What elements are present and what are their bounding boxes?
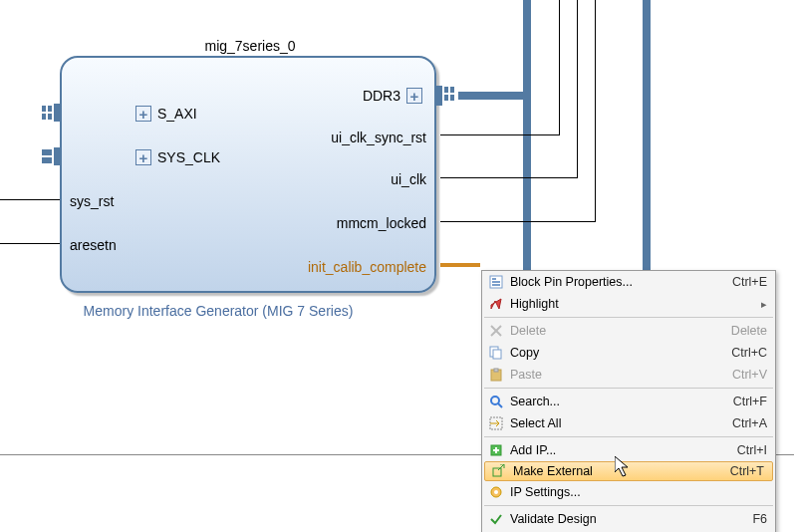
- svg-line-25: [498, 403, 502, 407]
- menu-item-block-pin-properties[interactable]: Block Pin Properties... Ctrl+E: [482, 271, 775, 293]
- svg-rect-11: [450, 87, 454, 93]
- menu-separator: [484, 317, 773, 318]
- validate-icon: [486, 511, 506, 527]
- net-init-calib-complete[interactable]: [440, 263, 480, 267]
- menu-item-select-all[interactable]: Select All Ctrl+A: [482, 412, 775, 434]
- bus-connector-sys-clk: [42, 147, 62, 167]
- net-mmcm-locked-v: [595, 0, 596, 222]
- expand-icon[interactable]: +: [135, 106, 151, 122]
- ip-block-title: mig_7series_0: [62, 38, 438, 54]
- paste-icon: [486, 367, 506, 383]
- port-ui-clk[interactable]: ui_clk: [391, 169, 426, 189]
- svg-rect-14: [492, 278, 496, 280]
- menu-item-paste: Paste Ctrl+V: [482, 364, 775, 386]
- add-ip-icon: [486, 442, 506, 458]
- menu-item-validate-design[interactable]: Validate Design F6: [482, 508, 775, 530]
- menu-separator: [484, 388, 773, 389]
- highlight-icon: [486, 296, 506, 312]
- menu-item-copy[interactable]: Copy Ctrl+C: [482, 342, 775, 364]
- port-init-calib-complete[interactable]: init_calib_complete: [308, 257, 426, 277]
- svg-rect-15: [492, 281, 500, 283]
- menu-separator: [484, 505, 773, 506]
- svg-point-32: [494, 490, 498, 494]
- net-ui-clk-h: [440, 177, 578, 178]
- svg-rect-6: [42, 157, 52, 163]
- port-aresetn[interactable]: aresetn: [70, 235, 117, 255]
- port-ui-clk-sync-rst[interactable]: ui_clk_sync_rst: [331, 128, 426, 147]
- svg-marker-33: [615, 456, 628, 476]
- menu-item-ip-settings[interactable]: IP Settings...: [482, 481, 775, 503]
- svg-rect-3: [48, 114, 52, 120]
- svg-rect-16: [492, 284, 500, 286]
- svg-rect-1: [42, 114, 46, 120]
- svg-rect-0: [42, 106, 46, 112]
- expand-icon[interactable]: +: [406, 88, 422, 104]
- bus-connector-ddr3: [434, 84, 454, 108]
- svg-rect-23: [494, 369, 498, 372]
- search-icon: [486, 394, 506, 409]
- gear-icon: [486, 484, 506, 500]
- net-bus-vertical-2: [643, 0, 651, 271]
- menu-item-highlight[interactable]: Highlight ▸: [482, 293, 775, 315]
- port-sys-rst[interactable]: sys_rst: [70, 191, 114, 211]
- copy-icon: [486, 345, 506, 361]
- port-mmcm-locked[interactable]: mmcm_locked: [337, 213, 426, 233]
- diagram-canvas[interactable]: mig_7series_0 + S_AXI + SYS_CLK sys_rst …: [0, 0, 794, 532]
- port-ddr3[interactable]: DDR3 +: [363, 86, 428, 106]
- submenu-arrow-icon: ▸: [759, 298, 767, 311]
- net-bus-ddr3: [458, 92, 531, 100]
- cursor-icon: [615, 456, 635, 480]
- delete-icon: [486, 323, 506, 339]
- select-all-icon: [486, 415, 506, 431]
- net-ui-clk-sync-rst-v: [559, 0, 560, 135]
- menu-item-search[interactable]: Search... Ctrl+F: [482, 391, 775, 412]
- svg-point-24: [491, 397, 499, 404]
- net-aresetn: [0, 243, 60, 244]
- svg-rect-7: [54, 147, 62, 165]
- svg-rect-4: [54, 104, 62, 122]
- menu-separator: [484, 436, 773, 437]
- net-ui-clk-sync-rst-h: [440, 134, 560, 135]
- net-sys-rst: [0, 199, 60, 200]
- port-sys-clk[interactable]: + SYS_CLK: [130, 147, 220, 167]
- ip-block-mig[interactable]: mig_7series_0 + S_AXI + SYS_CLK sys_rst …: [60, 56, 436, 293]
- context-menu[interactable]: Block Pin Properties... Ctrl+E Highlight…: [481, 270, 776, 532]
- net-mmcm-locked-h: [440, 221, 596, 222]
- make-external-icon: [489, 463, 509, 479]
- svg-rect-10: [444, 95, 448, 101]
- svg-rect-2: [48, 106, 52, 112]
- svg-rect-21: [493, 350, 501, 359]
- svg-marker-17: [491, 299, 501, 309]
- net-ui-clk-v: [577, 0, 578, 178]
- svg-rect-9: [444, 87, 448, 93]
- menu-item-delete: Delete Delete: [482, 320, 775, 342]
- bus-connector-s-axi: [42, 104, 62, 128]
- svg-rect-12: [450, 95, 454, 101]
- svg-rect-5: [42, 149, 52, 155]
- properties-icon: [486, 274, 506, 290]
- ip-block-caption: Memory Interface Generator (MIG 7 Series…: [0, 303, 436, 319]
- svg-rect-8: [434, 86, 442, 106]
- expand-icon[interactable]: +: [135, 149, 151, 165]
- svg-rect-30: [493, 468, 501, 476]
- port-s-axi[interactable]: + S_AXI: [130, 104, 197, 124]
